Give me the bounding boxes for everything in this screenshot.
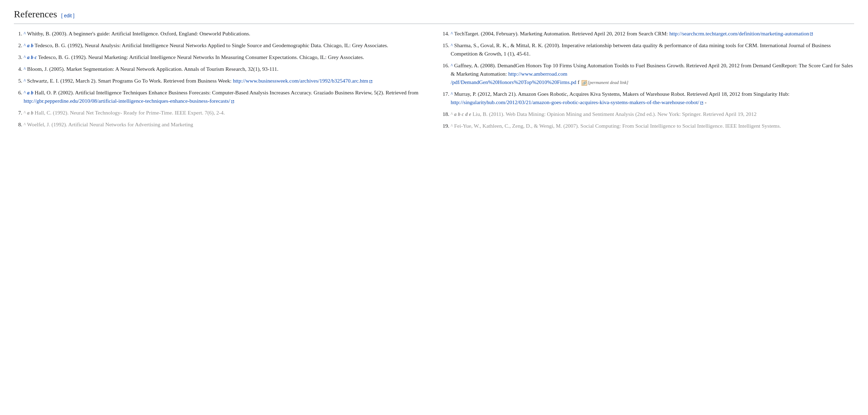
ref-back-arrow: ^ <box>451 92 454 97</box>
ref-back-links: a b c d e <box>454 111 473 117</box>
ref-text-after: f <box>576 79 581 85</box>
back-link-b[interactable]: b <box>31 43 33 48</box>
references-columns: ^ Whitby, B. (2003). A beginner's guide:… <box>14 29 854 134</box>
ref-back-links: a b <box>27 42 34 48</box>
ref-back-arrow: ^ <box>24 67 27 72</box>
list-item: ^ Sharma, S., Goval, R. K., & Mittal, R.… <box>451 41 854 58</box>
list-item: ^ a b c Tedesco, B. G. (1992). Neural Ma… <box>24 53 427 61</box>
ref-back-arrow: ^ <box>24 43 27 48</box>
right-reference-list: ^ TechTarget. (2004, February). Marketin… <box>441 29 854 130</box>
list-item: ^ a b Tedesco, B. G. (1992), Neural Anal… <box>24 41 427 50</box>
list-item: ^ Murray, P. (2012, March 21). Amazon Go… <box>451 90 854 107</box>
page-title: References <box>14 7 57 22</box>
ref-back-arrow: ^ <box>451 112 454 117</box>
ref-ext-link[interactable]: http://gbr.pepperdine.edu/2010/08/artifi… <box>24 98 234 104</box>
back-link-b[interactable]: b <box>458 112 460 117</box>
ref-text: Hall, C. (1992). Neural Net Technology- … <box>35 110 225 116</box>
back-link-a[interactable]: a <box>27 90 30 95</box>
dead-link-icon: 🔗 <box>582 80 587 86</box>
back-link-b[interactable]: b <box>31 90 33 95</box>
back-link-b[interactable]: b <box>31 55 33 60</box>
ref-text: Whitby, B. (2003). A beginner's guide: A… <box>27 31 250 36</box>
ref-back-arrow: ^ <box>24 122 27 127</box>
ref-text: Tedesco, B. G. (1992). Neural Marketing:… <box>38 54 364 60</box>
ref-back-arrow: ^ <box>24 55 27 60</box>
back-link-a[interactable]: a <box>27 43 30 48</box>
references-header: References [ edit ] <box>14 7 854 22</box>
ref-text-before: Hall, O. P. (2002). Artificial Intellige… <box>35 90 418 95</box>
back-link-e[interactable]: e <box>469 112 471 117</box>
left-reference-list: ^ Whitby, B. (2003). A beginner's guide:… <box>14 29 427 129</box>
list-item: ^ a b Hall, O. P. (2002). Artificial Int… <box>24 88 427 105</box>
list-item: ^ TechTarget. (2004, February). Marketin… <box>451 29 854 38</box>
list-item: ^ Woelfel, J. (1992). Artificial Neural … <box>24 120 427 129</box>
list-item: ^ Fei-Yue, W., Kathleen, C., Zeng, D., &… <box>451 122 854 130</box>
section-divider <box>14 24 854 24</box>
ref-back-arrow: ^ <box>451 43 454 48</box>
list-item: ^ Bloom, J. (2005). Market Segmentation:… <box>24 65 427 73</box>
back-link-c[interactable]: c <box>462 112 464 117</box>
back-link-d[interactable]: d <box>465 112 468 117</box>
edit-link[interactable]: [ edit ] <box>61 12 74 19</box>
ref-back-arrow: ^ <box>451 31 454 36</box>
list-item: ^ Whitby, B. (2003). A beginner's guide:… <box>24 29 427 38</box>
ref-text-after: - <box>703 99 707 105</box>
ref-text: Woelfel, J. (1992). Artificial Neural Ne… <box>27 121 193 127</box>
ref-back-arrow: ^ <box>24 31 27 36</box>
list-item: ^ Schwartz, E. I. (1992, March 2). Smart… <box>24 77 427 85</box>
ref-back-arrow: ^ <box>24 90 27 95</box>
ref-ext-link[interactable]: http://singularityhub.com/2012/03/21/ama… <box>451 99 703 105</box>
left-column: ^ Whitby, B. (2003). A beginner's guide:… <box>14 29 427 134</box>
right-column: ^ TechTarget. (2004, February). Marketin… <box>441 29 854 134</box>
ref-text-before: Schwartz, E. I. (1992, March 2). Smart P… <box>27 78 233 84</box>
ref-ext-link[interactable]: http://www.businessweek.com/archives/199… <box>233 78 373 84</box>
ref-back-links: a b <box>27 110 35 116</box>
back-link-a[interactable]: a <box>27 110 30 116</box>
list-item: ^ a b Hall, C. (1992). Neural Net Techno… <box>24 109 427 117</box>
ref-text-before: Murray, P. (2012, March 21). Amazon Goes… <box>454 91 790 97</box>
list-item: ^ Gaffney, A. (2008). DemandGen Honors T… <box>451 61 854 86</box>
back-link-a[interactable]: a <box>27 55 30 60</box>
ref-text: Sharma, S., Goval, R. K., & Mittal, R. K… <box>451 42 831 57</box>
ref-ext-link[interactable]: http://searchcrm.techtarget.com/definiti… <box>669 31 813 36</box>
ref-text: Bloom, J. (2005). Market Segmentation: A… <box>27 66 278 72</box>
ref-back-links: a b c <box>27 54 38 60</box>
ref-back-arrow: ^ <box>451 124 454 129</box>
dead-link-label: [permanent dead link] <box>588 80 628 85</box>
ref-text-before: TechTarget. (2004, February). Marketing … <box>454 31 669 36</box>
back-link-a[interactable]: a <box>454 112 457 117</box>
ref-text: Tedesco, B. G. (1992), Neural Analysis: … <box>35 42 389 48</box>
ref-text: Liu, B. (2011). Web Data Mining: Opinion… <box>473 111 757 117</box>
back-link-c[interactable]: c <box>35 55 37 60</box>
ref-back-arrow: ^ <box>24 110 27 116</box>
back-link-b[interactable]: b <box>31 110 33 116</box>
ref-text: Fei-Yue, W., Kathleen, C., Zeng, D., & W… <box>454 123 781 129</box>
ref-back-links: a b <box>27 90 35 95</box>
list-item: ^ a b c d e Liu, B. (2011). Web Data Min… <box>451 110 854 118</box>
ref-back-arrow: ^ <box>451 63 454 68</box>
ref-back-arrow: ^ <box>24 78 27 84</box>
